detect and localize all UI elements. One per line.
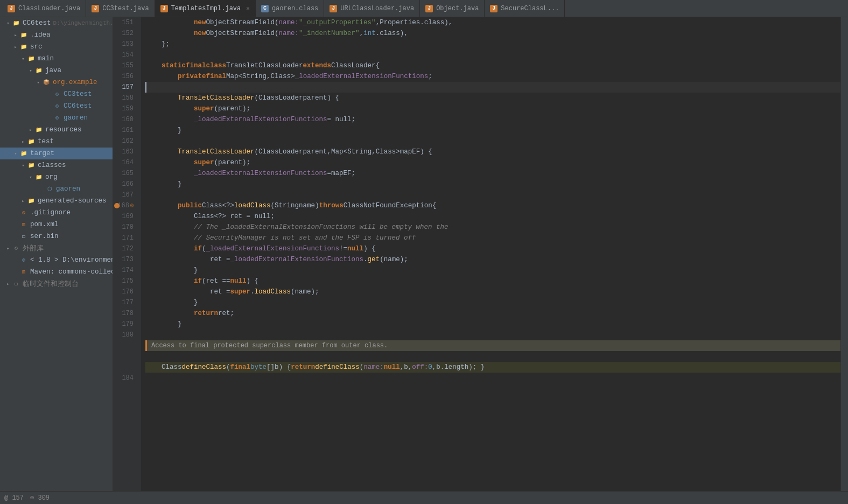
external-libs-icon: ⊕: [12, 244, 20, 252]
line-num-181: [113, 340, 137, 351]
chevron-down-icon: ▾: [27, 174, 34, 180]
sidebar-item-external-libs[interactable]: ▸ ⊕ 外部库: [0, 242, 113, 254]
line-num-176: 176: [113, 286, 137, 297]
code-line-172: if (_loadedExternalExtensionFunctions !=…: [145, 243, 840, 254]
line-num-170: 170: [113, 222, 137, 233]
tab-label-classloader: ClassLoader.java: [18, 5, 80, 12]
line-num-179: 179: [113, 319, 137, 330]
chevron-down-icon: ▾: [19, 163, 27, 169]
chevron-down-icon: ▾: [34, 80, 42, 86]
line-num-166: 166: [113, 179, 137, 190]
sidebar-item-main[interactable]: ▾ 📁 main: [0, 53, 113, 65]
chevron-right-icon: ▸: [4, 281, 12, 287]
ser-bin-label: ser.bin: [30, 233, 59, 240]
gaoren-class-label: gaoren: [56, 185, 80, 193]
line-num-158: 158: [113, 93, 137, 103]
tab-cc3test[interactable]: J CC3test.java: [86, 0, 155, 17]
sidebar-item-pom[interactable]: m pom.xml: [0, 219, 113, 230]
debug-breakpoint-icon: [114, 203, 120, 208]
code-line-162: [145, 136, 840, 146]
folder-icon: 📁: [19, 150, 28, 157]
sidebar-item-cc6test-file[interactable]: ⊙ CC6test: [0, 100, 113, 112]
project-path: D:\yingwenmingth...: [53, 20, 113, 26]
line-num-153: 153: [113, 39, 137, 50]
line-num-173: 173: [113, 254, 137, 265]
sidebar-item-project-root[interactable]: ▾ 📁 CC6test D:\yingwenmingth...: [0, 17, 113, 29]
chevron-down-icon: ▾: [12, 151, 19, 157]
status-col: ⊕ 309: [30, 494, 50, 502]
folder-icon: 📁: [27, 197, 36, 205]
bin-icon: ◻: [19, 233, 28, 240]
project-label: CC6test: [23, 19, 51, 27]
line-num-171: 171: [113, 233, 137, 243]
code-line-167: [145, 190, 840, 200]
classes-label: classes: [38, 162, 66, 169]
java-label: java: [45, 67, 61, 74]
cc6test-label: CC6test: [64, 102, 92, 110]
sidebar-item-temp-files[interactable]: ▸ ◻ 临时文件和控制台: [0, 278, 113, 290]
folder-icon: 📁: [27, 138, 36, 145]
sidebar-item-org[interactable]: ▾ 📁 org: [0, 171, 113, 183]
sidebar-item-ser-bin[interactable]: ◻ ser.bin: [0, 230, 113, 242]
line-num-177: 177: [113, 297, 137, 308]
java-file-icon: ⊙: [53, 90, 61, 98]
sidebar-item-idea[interactable]: ▸ 📁 .idea: [0, 29, 113, 41]
temp-icon: ◻: [12, 280, 20, 288]
code-line-158: TransletClassLoader(ClassLoader parent) …: [145, 93, 840, 103]
sidebar-item-maven-commons[interactable]: m Maven: commons-collecti: [0, 266, 113, 278]
line-num-157: 157: [113, 82, 137, 93]
sidebar-item-gitignore[interactable]: ⊘ .gitignore: [0, 207, 113, 219]
status-line: @ 157: [4, 494, 24, 502]
chevron-down-icon: ▾: [19, 56, 27, 62]
sidebar-item-test[interactable]: ▸ 📁 test: [0, 136, 113, 148]
sidebar-item-cc3test[interactable]: ⊙ CC3test: [0, 88, 113, 100]
sidebar-item-jdk[interactable]: ⊙ < 1.8 > D:\environment\ja: [0, 254, 113, 266]
folder-icon: 📁: [27, 162, 36, 169]
sidebar-item-org-example[interactable]: ▾ 📦 org.example: [0, 76, 113, 88]
resources-label: resources: [45, 126, 82, 134]
code-area: 151 152 153 154 155 156 157 158 159 160 …: [113, 17, 848, 491]
code-line-160: _loadedExternalExtensionFunctions = null…: [145, 114, 840, 125]
java-file-icon: ⊙: [53, 102, 61, 110]
sidebar-item-gaoren-file[interactable]: ⊙ gaoren: [0, 112, 113, 124]
chevron-right-icon: ▸: [12, 44, 19, 50]
tab-object[interactable]: J Object.java: [420, 0, 485, 17]
code-line-180: [145, 330, 840, 340]
sidebar-item-generated-sources[interactable]: ▸ 📁 generated-sources: [0, 195, 113, 207]
tab-classloader[interactable]: J ClassLoader.java: [2, 0, 86, 17]
idea-label: .idea: [30, 31, 51, 39]
external-libs-label: 外部库: [23, 244, 44, 253]
tab-gaoren[interactable]: C gaoren.class: [256, 0, 324, 17]
folder-icon: 📁: [19, 43, 28, 51]
sidebar-item-resources[interactable]: ▸ 📁 resources: [0, 124, 113, 136]
line-num-160: 160: [113, 114, 137, 125]
line-num-183: [113, 362, 137, 373]
line-num-165: 165: [113, 168, 137, 179]
line-num-169: 169: [113, 211, 137, 222]
tab-urlclassloader[interactable]: J URLClassLoader.java: [324, 0, 420, 17]
tab-secureclassl[interactable]: J SecureClassL...: [485, 0, 565, 17]
sidebar-item-gaoren-class[interactable]: ⬡ gaoren: [0, 183, 113, 195]
chevron-right-icon: ▸: [12, 32, 19, 38]
code-line-184: Class defineClass(final byte[] b) { retu…: [145, 362, 840, 373]
maven-lib-icon: m: [19, 268, 28, 276]
code-line-157: [145, 82, 840, 93]
sidebar-item-src[interactable]: ▸ 📁 src: [0, 41, 113, 53]
line-num-152: 152: [113, 28, 137, 39]
folder-icon: 📁: [27, 55, 36, 62]
sidebar-item-java[interactable]: ▾ 📁 java: [0, 65, 113, 76]
sidebar-item-target[interactable]: ▾ 📁 target: [0, 148, 113, 159]
code-editor[interactable]: new ObjectStreamField( name: "_outputPro…: [141, 17, 840, 491]
code-line-174: }: [145, 265, 840, 276]
package-icon: 📦: [42, 79, 51, 86]
tab-label-object: Object.java: [436, 5, 479, 12]
tab-templatesimpl[interactable]: J TemplatesImpl.java ✕: [155, 0, 256, 17]
tab-close-templatesimpl[interactable]: ✕: [246, 5, 250, 12]
line-num-162: 162: [113, 136, 137, 146]
line-num-163: 163: [113, 146, 137, 157]
tab-label-cc3test: CC3test.java: [102, 5, 149, 12]
line-num-156: 156: [113, 71, 137, 82]
sidebar-item-classes[interactable]: ▾ 📁 classes: [0, 159, 113, 171]
tab-label-urlclassloader: URLClassLoader.java: [340, 5, 414, 12]
warning-banner: Access to final protected superclass mem…: [145, 340, 840, 351]
